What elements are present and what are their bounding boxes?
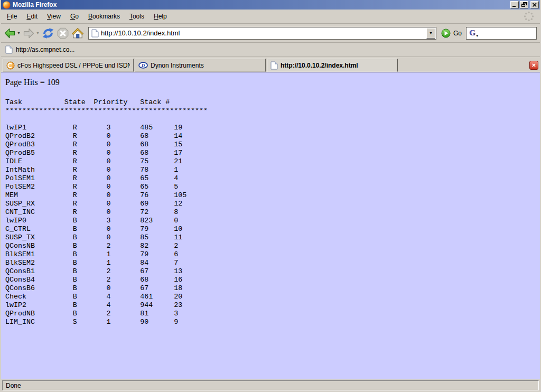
page-hits-text: Page Hits = 109 [5, 78, 536, 87]
page-content: Page Hits = 109 Task State Priority Stac… [1, 72, 540, 379]
tab-label: http://10.0.10.2/index.html [281, 62, 358, 69]
status-panel: Done [2, 380, 539, 390]
cfos-icon [6, 61, 15, 70]
url-bar: ▼ [88, 27, 436, 40]
tab-close-button[interactable]: ✕ [529, 61, 538, 70]
status-bar: Done [1, 379, 540, 392]
menu-go[interactable]: Go [66, 11, 83, 22]
svg-text:D: D [141, 63, 145, 68]
google-icon[interactable]: G [469, 29, 475, 37]
menu-edit[interactable]: Edit [22, 11, 42, 22]
go-button[interactable]: Go [439, 29, 466, 38]
bookmarks-toolbar: http://as.cmpnet.co... [1, 43, 540, 57]
stop-button[interactable] [56, 26, 70, 41]
go-label: Go [453, 30, 462, 37]
menu-items: FileEditViewGoBookmarksToolsHelp [2, 11, 172, 22]
back-dropdown-arrow[interactable]: ▼ [17, 31, 21, 35]
tab-bar: cFos Highspeed DSL / PPPoE und ISDN CAP.… [1, 57, 540, 72]
throbber-icon [523, 11, 535, 22]
dynon-icon: D [138, 62, 148, 69]
url-dropdown-button[interactable]: ▼ [426, 28, 435, 39]
title-bar: Mozilla Firefox [1, 0, 540, 10]
menu-help[interactable]: Help [149, 11, 172, 22]
menu-tools[interactable]: Tools [125, 11, 149, 22]
home-button[interactable] [71, 26, 85, 41]
reload-button[interactable] [41, 26, 55, 41]
menu-bar: FileEditViewGoBookmarksToolsHelp [1, 10, 540, 24]
navigation-toolbar: ▼ ▼ [1, 24, 540, 43]
search-bar: G ▼ [466, 27, 537, 40]
bookmark-icon [5, 45, 13, 54]
go-icon [441, 29, 451, 38]
window-title: Mozilla Firefox [13, 1, 509, 8]
url-input[interactable] [101, 29, 426, 37]
document-icon [270, 61, 278, 70]
back-button[interactable]: ▼ [3, 26, 21, 40]
forward-button[interactable]: ▼ [22, 26, 40, 40]
close-button[interactable] [530, 1, 539, 8]
tab-strip: cFos Highspeed DSL / PPPoE und ISDN CAP.… [3, 59, 399, 72]
menu-file[interactable]: File [2, 11, 22, 22]
forward-dropdown-arrow[interactable]: ▼ [36, 31, 40, 35]
tab-label: Dynon Instruments [151, 62, 204, 69]
minimize-button[interactable] [510, 1, 519, 8]
tab-3[interactable]: http://10.0.10.2/index.html [267, 59, 398, 72]
tab-2[interactable]: DDynon Instruments [135, 59, 266, 72]
browser-window: Mozilla Firefox FileEditViewGoBookmarksT… [0, 0, 541, 392]
firefox-icon [3, 1, 11, 9]
page-icon [91, 29, 99, 38]
bookmark-item[interactable]: http://as.cmpnet.co... [16, 46, 74, 53]
status-text: Done [6, 382, 21, 389]
menu-view[interactable]: View [42, 11, 66, 22]
tab-label: cFos Highspeed DSL / PPPoE und ISDN CAP.… [17, 62, 130, 69]
restore-button[interactable] [520, 1, 528, 8]
search-engine-dropdown-arrow[interactable]: ▼ [475, 34, 479, 38]
search-input[interactable] [479, 29, 536, 38]
menu-bookmarks[interactable]: Bookmarks [83, 11, 125, 22]
tab-1[interactable]: cFos Highspeed DSL / PPPoE und ISDN CAP.… [3, 59, 134, 72]
task-table: Task State Priority Stack # ************… [5, 98, 536, 326]
